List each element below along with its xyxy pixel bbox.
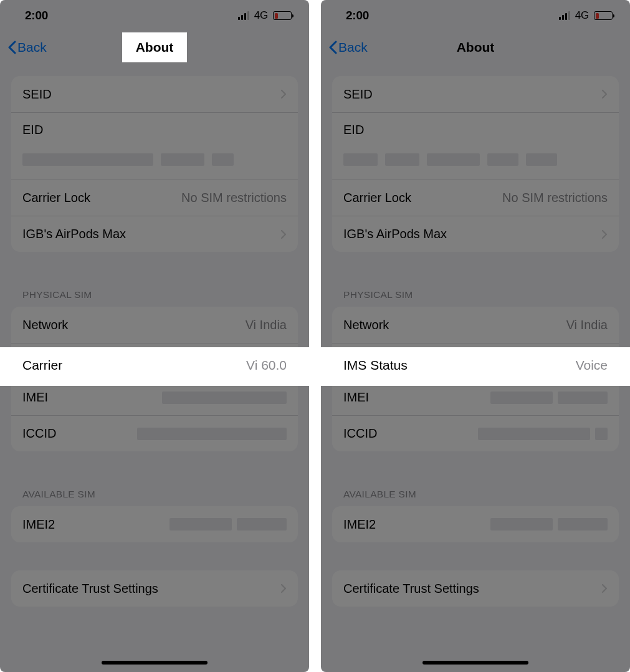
seid-label: SEID xyxy=(22,87,52,102)
carrier-lock-value: No SIM restrictions xyxy=(181,191,287,205)
nav-bar: Back About xyxy=(321,31,630,64)
status-time: 2:00 xyxy=(25,9,48,22)
row-carrier-highlight[interactable]: Carrier Vi 60.0 xyxy=(0,347,309,383)
back-button[interactable]: Back xyxy=(328,40,368,55)
row-eid[interactable]: EID xyxy=(11,112,298,180)
imei2-value-masked xyxy=(169,518,287,530)
network-label: Network xyxy=(22,318,68,332)
back-label: Back xyxy=(338,40,368,55)
carrier-lock-label: Carrier Lock xyxy=(22,191,90,205)
chevron-left-icon xyxy=(328,41,337,54)
network-label: Network xyxy=(343,318,389,332)
network-type: 4G xyxy=(575,9,589,22)
section-available-sim: AVAILABLE SIM xyxy=(332,470,619,506)
section-available-sim: AVAILABLE SIM xyxy=(11,470,298,506)
row-iccid[interactable]: ICCID xyxy=(332,415,619,451)
chevron-right-icon xyxy=(280,229,287,239)
network-type: 4G xyxy=(254,9,268,22)
imei2-label: IMEI2 xyxy=(343,517,376,532)
row-seid[interactable]: SEID xyxy=(332,76,619,112)
row-imei2[interactable]: IMEI2 xyxy=(332,506,619,542)
row-network[interactable]: Network Vi India xyxy=(332,307,619,343)
carrier-lock-value: No SIM restrictions xyxy=(502,191,608,205)
cert-label: Certificate Trust Settings xyxy=(22,582,158,596)
home-indicator[interactable] xyxy=(422,661,528,665)
imei-value-masked xyxy=(162,391,287,404)
chevron-right-icon xyxy=(280,583,287,593)
chevron-left-icon xyxy=(7,41,16,54)
iccid-value-masked xyxy=(478,428,608,440)
airpods-label: IGB's AirPods Max xyxy=(22,227,126,241)
row-iccid[interactable]: ICCID xyxy=(11,415,298,451)
seid-label: SEID xyxy=(343,87,373,102)
chevron-right-icon xyxy=(601,229,608,239)
row-cert-trust[interactable]: Certificate Trust Settings xyxy=(332,570,619,607)
row-imei2[interactable]: IMEI2 xyxy=(11,506,298,542)
back-label: Back xyxy=(17,40,47,55)
status-time: 2:00 xyxy=(346,9,369,22)
eid-label: EID xyxy=(343,123,364,137)
chevron-right-icon xyxy=(280,89,287,99)
status-bar: 2:00 4G xyxy=(0,0,309,31)
highlight-carrier: Carrier Vi 60.0 xyxy=(0,347,309,386)
eid-value-masked xyxy=(22,153,287,166)
status-bar: 2:00 4G xyxy=(321,0,630,31)
row-cert-trust[interactable]: Certificate Trust Settings xyxy=(11,570,298,607)
row-network[interactable]: Network Vi India xyxy=(11,307,298,343)
signal-icon xyxy=(238,11,249,20)
highlight-ims-status: IMS Status Voice xyxy=(321,347,630,386)
eid-value-masked xyxy=(343,153,608,166)
phone-right: 2:00 4G Back About SEID EID xyxy=(321,0,630,672)
section-physical-sim: PHYSICAL SIM xyxy=(11,271,298,307)
row-eid[interactable]: EID xyxy=(332,112,619,180)
eid-label: EID xyxy=(22,123,43,137)
iccid-label: ICCID xyxy=(343,426,377,441)
battery-icon xyxy=(273,11,292,20)
row-carrier-lock[interactable]: Carrier Lock No SIM restrictions xyxy=(11,180,298,216)
imei-value-masked xyxy=(490,391,608,404)
imei-label: IMEI xyxy=(22,390,48,405)
carrier-lock-label: Carrier Lock xyxy=(343,191,411,205)
cert-label: Certificate Trust Settings xyxy=(343,582,479,596)
nav-bar: Back About xyxy=(0,31,309,64)
carrier-value: Vi 60.0 xyxy=(246,358,287,373)
row-airpods[interactable]: IGB's AirPods Max xyxy=(11,216,298,252)
signal-icon xyxy=(559,11,570,20)
chevron-right-icon xyxy=(601,89,608,99)
row-seid[interactable]: SEID xyxy=(11,76,298,112)
page-title: About xyxy=(122,32,188,62)
battery-icon xyxy=(594,11,613,20)
ims-value: Voice xyxy=(576,358,608,373)
airpods-label: IGB's AirPods Max xyxy=(343,227,447,241)
imei2-label: IMEI2 xyxy=(22,517,55,532)
section-physical-sim: PHYSICAL SIM xyxy=(332,271,619,307)
carrier-label: Carrier xyxy=(22,358,62,373)
back-button[interactable]: Back xyxy=(7,40,47,55)
row-airpods[interactable]: IGB's AirPods Max xyxy=(332,216,619,252)
row-ims-highlight[interactable]: IMS Status Voice xyxy=(321,347,630,383)
iccid-label: ICCID xyxy=(22,426,56,441)
page-title: About xyxy=(457,40,495,54)
chevron-right-icon xyxy=(601,583,608,593)
ims-label: IMS Status xyxy=(343,358,408,373)
home-indicator[interactable] xyxy=(102,661,208,665)
network-value: Vi India xyxy=(566,318,608,332)
iccid-value-masked xyxy=(137,428,287,440)
network-value: Vi India xyxy=(246,318,287,332)
phone-left: 2:00 4G Back About SEID EID xyxy=(0,0,309,672)
imei-label: IMEI xyxy=(343,390,369,405)
row-carrier-lock[interactable]: Carrier Lock No SIM restrictions xyxy=(332,180,619,216)
imei2-value-masked xyxy=(490,518,608,530)
